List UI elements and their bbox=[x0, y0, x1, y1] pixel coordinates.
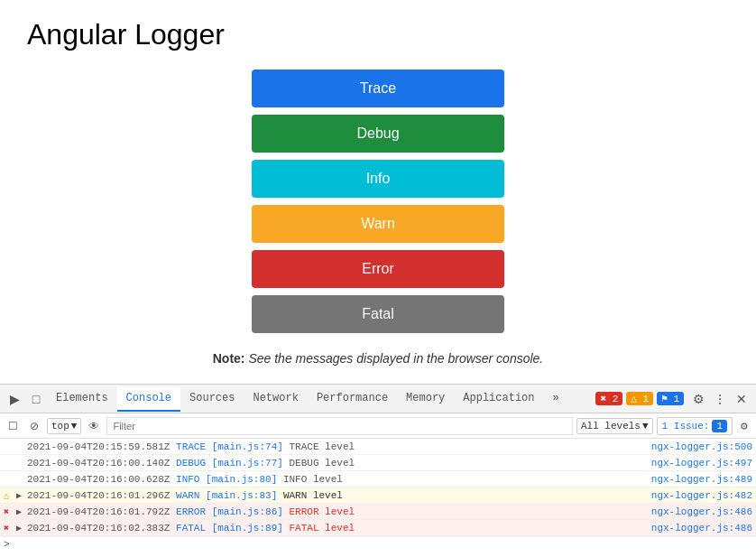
note-italic: See the messages displayed in the browse… bbox=[248, 351, 543, 366]
context-label: top bbox=[51, 421, 69, 432]
debug-btn[interactable]: Debug bbox=[252, 115, 504, 153]
context-dropdown[interactable]: top ▼ bbox=[47, 418, 81, 434]
devtools-panel: ▶ □ Elements Console Sources Network Per… bbox=[0, 384, 756, 557]
console-row[interactable]: ✖ ▶ 2021-09-04T20:16:02.383Z FATAL [main… bbox=[0, 520, 756, 536]
console-row-source[interactable]: ngx-logger.js:482 bbox=[651, 490, 752, 501]
issue-badge[interactable]: 1 Issue: 1 bbox=[657, 417, 733, 435]
fatal-btn[interactable]: Fatal bbox=[252, 295, 504, 333]
more-options-icon[interactable]: ⋮ bbox=[709, 388, 731, 410]
inspect-icon[interactable]: ▶ bbox=[4, 388, 25, 410]
tab-memory[interactable]: Memory bbox=[397, 386, 454, 412]
block-icon[interactable]: ⊘ bbox=[25, 417, 43, 435]
eye-icon[interactable]: 👁 bbox=[85, 417, 103, 435]
clear-console-icon[interactable]: ☐ bbox=[4, 417, 22, 435]
console-row[interactable]: △ ▶ 2021-09-04T20:16:01.296Z WARN [main.… bbox=[0, 487, 756, 504]
error-icon: ✖ bbox=[4, 506, 16, 517]
app-title: Angular Logger bbox=[27, 18, 729, 51]
row-expand-arrow[interactable]: ▶ bbox=[16, 506, 27, 517]
console-row-text: 2021-09-04T20:15:59.581Z TRACE [main.js:… bbox=[27, 441, 644, 452]
console-row-source[interactable]: ngx-logger.js:500 bbox=[651, 441, 752, 452]
console-row[interactable]: ✖ ▶ 2021-09-04T20:16:01.792Z ERROR [main… bbox=[0, 504, 756, 520]
console-row-text: 2021-09-04T20:16:01.792Z ERROR [main.js:… bbox=[27, 506, 644, 517]
console-row-text: 2021-09-04T20:16:01.296Z WARN [main.js:8… bbox=[27, 490, 644, 501]
info-btn[interactable]: Info bbox=[252, 160, 504, 198]
close-icon[interactable]: ✕ bbox=[731, 388, 752, 410]
note-bold: Note: bbox=[213, 351, 245, 366]
prompt-icon: > bbox=[4, 539, 10, 550]
console-row[interactable]: 2021-09-04T20:16:00.628Z INFO [main.js:8… bbox=[0, 471, 756, 487]
console-row-text: 2021-09-04T20:16:00.628Z INFO [main.js:8… bbox=[27, 474, 644, 485]
console-prompt[interactable]: > bbox=[0, 536, 756, 552]
issue-count: 1 bbox=[712, 420, 727, 432]
console-toolbar: ☐ ⊘ top ▼ 👁 All levels ▼ 1 Issue: 1 ⚙ bbox=[0, 413, 756, 439]
note-text: Note: See the messages displayed in the … bbox=[27, 351, 729, 366]
devtools-tabs: ▶ □ Elements Console Sources Network Per… bbox=[0, 385, 756, 413]
console-row-source[interactable]: ngx-logger.js:497 bbox=[651, 458, 752, 469]
console-row[interactable]: 2021-09-04T20:16:00.140Z DEBUG [main.js:… bbox=[0, 455, 756, 471]
main-content: Angular Logger TraceDebugInfoWarnErrorFa… bbox=[0, 0, 756, 384]
console-row[interactable]: 2021-09-04T20:15:59.581Z TRACE [main.js:… bbox=[0, 439, 756, 455]
row-expand-arrow[interactable]: ▶ bbox=[16, 523, 27, 534]
console-settings-icon[interactable]: ⚙ bbox=[736, 418, 752, 434]
warning-badge: △ 1 bbox=[626, 392, 653, 405]
tab-sources[interactable]: Sources bbox=[180, 386, 244, 412]
console-row-text: 2021-09-04T20:16:00.140Z DEBUG [main.js:… bbox=[27, 458, 644, 469]
tab-elements[interactable]: Elements bbox=[47, 386, 117, 412]
console-row-source[interactable]: ngx-logger.js:489 bbox=[651, 474, 752, 485]
row-expand-arrow[interactable]: ▶ bbox=[16, 490, 27, 501]
issue-label: 1 Issue: bbox=[662, 421, 710, 432]
error-icon: ✖ bbox=[4, 523, 16, 534]
console-row-source[interactable]: ngx-logger.js:486 bbox=[651, 523, 752, 534]
tab-more[interactable]: » bbox=[544, 386, 568, 412]
console-row-source[interactable]: ngx-logger.js:486 bbox=[651, 506, 752, 517]
warn-icon: △ bbox=[4, 490, 16, 501]
tab-console[interactable]: Console bbox=[117, 386, 180, 412]
filter-input[interactable] bbox=[106, 417, 573, 435]
error-badge: ✖ 2 bbox=[595, 392, 622, 405]
devtools-console: 2021-09-04T20:15:59.581Z TRACE [main.js:… bbox=[0, 439, 756, 557]
info-badge: ⚑ 1 bbox=[657, 392, 684, 405]
device-icon[interactable]: □ bbox=[25, 388, 47, 410]
buttons-container: TraceDebugInfoWarnErrorFatal bbox=[27, 70, 729, 333]
tab-performance[interactable]: Performance bbox=[308, 386, 397, 412]
tab-application[interactable]: Application bbox=[454, 386, 543, 412]
levels-label: All levels bbox=[581, 421, 641, 432]
devtools-badges: ✖ 2 △ 1 ⚑ 1 bbox=[595, 392, 684, 405]
tab-network[interactable]: Network bbox=[244, 386, 307, 412]
context-arrow: ▼ bbox=[71, 421, 78, 432]
levels-dropdown[interactable]: All levels ▼ bbox=[576, 418, 653, 434]
settings-icon[interactable]: ⚙ bbox=[687, 388, 709, 410]
warn-btn[interactable]: Warn bbox=[252, 205, 504, 243]
console-row-text: 2021-09-04T20:16:02.383Z FATAL [main.js:… bbox=[27, 523, 644, 534]
error-btn[interactable]: Error bbox=[252, 250, 504, 288]
levels-arrow: ▼ bbox=[642, 421, 649, 432]
trace-btn[interactable]: Trace bbox=[252, 70, 504, 107]
